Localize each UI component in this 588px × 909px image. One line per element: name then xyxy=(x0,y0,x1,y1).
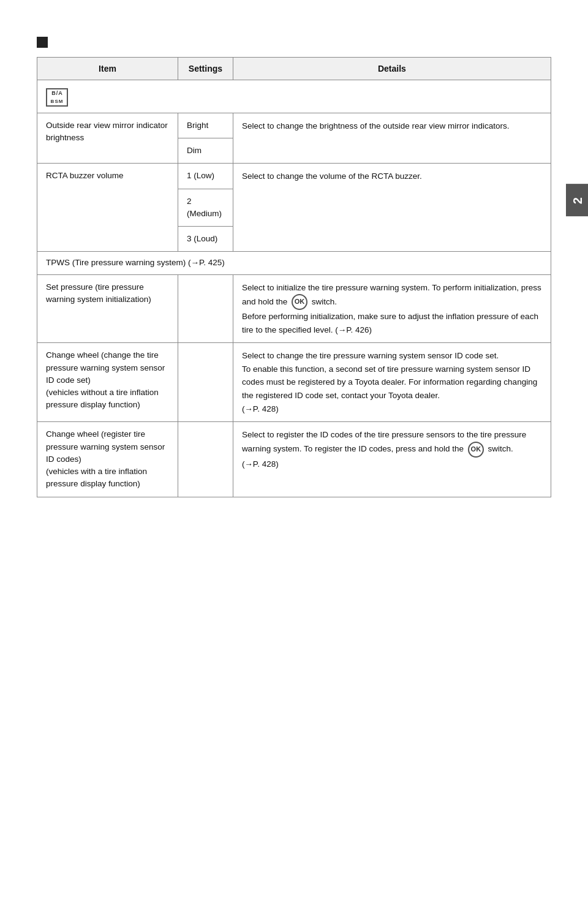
change-wheel-no-display-label: Change wheel (change the tire pressure w… xyxy=(46,350,165,409)
rcta-medium-setting: 2 (Medium) xyxy=(178,189,233,227)
change-wheel-no-display-settings xyxy=(178,343,233,422)
change-wheel-with-display-row: Change wheel (register tire pressure war… xyxy=(37,422,551,497)
bsm-icon-cell: B / A BSM xyxy=(37,80,551,113)
mirror-bright-setting: Bright xyxy=(178,113,233,138)
col-header-details: Details xyxy=(233,58,551,80)
rcta-low-label: 1 (Low) xyxy=(187,171,214,180)
tpws-header-row: TPWS (Tire pressure warning system) (→P.… xyxy=(37,252,551,274)
bsm-bottom-label: BSM xyxy=(51,98,64,105)
change-wheel-no-display-details-text: Select to change the tire pressure warni… xyxy=(242,351,537,413)
rcta-label: RCTA buzzer volume xyxy=(46,171,124,180)
bsm-icon-row: B / A BSM xyxy=(37,80,551,113)
change-wheel-with-display-item: Change wheel (register tire pressure war… xyxy=(37,422,178,497)
rcta-low-setting: 1 (Low) xyxy=(178,164,233,189)
rcta-medium-label: 2 (Medium) xyxy=(187,197,222,218)
ok-button-1: OK xyxy=(292,294,307,310)
ok-button-2: OK xyxy=(468,442,484,458)
rcta-details-text: Select to change the volume of the RCTA … xyxy=(242,172,422,181)
bright-label: Bright xyxy=(187,121,208,130)
mirror-dim-setting: Dim xyxy=(178,138,233,164)
change-wheel-with-display-details-text: Select to register the ID codes of the t… xyxy=(242,430,526,469)
set-pressure-text-2: switch. xyxy=(312,297,337,306)
main-table: Item Settings Details B / A BSM xyxy=(37,57,551,497)
bsm-a-label: A xyxy=(58,89,62,98)
rcta-item: RCTA buzzer volume xyxy=(37,164,178,252)
set-pressure-row: Set pressure (tire pressure warning syst… xyxy=(37,274,551,343)
side-tab: 2 xyxy=(566,184,588,216)
change-wheel-with-display-details: Select to register the ID codes of the t… xyxy=(233,422,551,497)
set-pressure-details-text: Select to initialize the tire pressure w… xyxy=(242,283,541,334)
table-header-row: Item Settings Details xyxy=(37,58,551,80)
set-pressure-label: Set pressure (tire pressure warning syst… xyxy=(46,282,151,304)
set-pressure-settings xyxy=(178,274,233,343)
change-wheel-no-display-item: Change wheel (change the tire pressure w… xyxy=(37,343,178,422)
col-header-item: Item xyxy=(37,58,178,80)
set-pressure-text-3: Before performing initialization, make s… xyxy=(242,312,538,334)
bsm-icon: B / A BSM xyxy=(46,88,68,107)
mirror-brightness-details-text: Select to change the brightness of the o… xyxy=(242,121,510,130)
set-pressure-details: Select to initialize the tire pressure w… xyxy=(233,274,551,343)
bsm-slash: / xyxy=(56,89,58,98)
set-pressure-text-1: Select to initialize the tire pressure w… xyxy=(242,283,541,306)
bsm-b-label: B xyxy=(51,89,56,98)
change-wheel-no-display-row: Change wheel (change the tire pressure w… xyxy=(37,343,551,422)
rcta-details: Select to change the volume of the RCTA … xyxy=(233,164,551,252)
mirror-brightness-item: Outside rear view mirror indicator brigh… xyxy=(37,113,178,164)
change-wheel-with-display-settings xyxy=(178,422,233,497)
mirror-brightness-details: Select to change the brightness of the o… xyxy=(233,113,551,164)
tpws-header-text: TPWS (Tire pressure warning system) (→P.… xyxy=(46,258,225,267)
mirror-brightness-row: Outside rear view mirror indicator brigh… xyxy=(37,113,551,138)
mirror-brightness-label: Outside rear view mirror indicator brigh… xyxy=(46,121,168,142)
page-wrapper: 2 Item Settings Details B / A xyxy=(0,0,588,534)
set-pressure-item: Set pressure (tire pressure warning syst… xyxy=(37,274,178,343)
bsm-icon-top: B / A xyxy=(51,89,62,98)
section-bullet xyxy=(37,37,48,48)
change-wheel-no-display-details: Select to change the tire pressure warni… xyxy=(233,343,551,422)
rcta-loud-setting: 3 (Loud) xyxy=(178,227,233,252)
tpws-header-cell: TPWS (Tire pressure warning system) (→P.… xyxy=(37,252,551,274)
dim-label: Dim xyxy=(187,146,202,155)
rcta-loud-label: 3 (Loud) xyxy=(187,234,217,243)
col-header-settings: Settings xyxy=(178,58,233,80)
rcta-row-1: RCTA buzzer volume 1 (Low) Select to cha… xyxy=(37,164,551,189)
change-wheel-with-display-label: Change wheel (register tire pressure war… xyxy=(46,429,165,488)
